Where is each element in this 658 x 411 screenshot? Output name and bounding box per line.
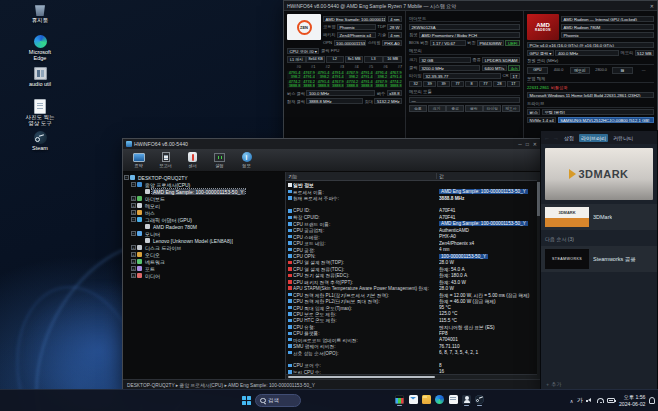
expander-icon[interactable]	[139, 224, 144, 229]
expander-icon[interactable]	[139, 238, 144, 243]
expander-icon[interactable]: +	[131, 245, 136, 250]
add-game-button[interactable]: ＋ 추가	[545, 381, 561, 387]
tree-item[interactable]: + 네트워크	[123, 258, 285, 265]
steam-tab-library[interactable]: 라이브러리	[579, 134, 608, 142]
detail-row[interactable]: CPU 공정: 4 nm	[286, 246, 540, 252]
tree-item[interactable]: AMD Eng Sample: 100-000001153-50_Y	[123, 188, 285, 195]
taskbar-edge-icon[interactable]	[434, 393, 445, 409]
expander-icon[interactable]: −	[131, 217, 136, 222]
detail-row[interactable]: CPU 분로 온도 제한: 125.0 °C	[286, 311, 540, 317]
desktop-icon[interactable]: audio util	[12, 67, 68, 96]
close-icon[interactable]: ✕	[650, 3, 654, 9]
library-game-row[interactable]: 3DMARK 3DMark	[541, 204, 657, 230]
close-icon[interactable]: ✕	[533, 141, 537, 147]
detail-row[interactable]: CPU 열 설계 전류(TDC): 한계: 54.0 A	[286, 266, 540, 272]
scrollbar-thumb[interactable]	[288, 376, 435, 378]
steam-tab-store[interactable]: 상점	[562, 134, 576, 142]
tree-item[interactable]: − 그래픽 어댑터 (GPU)	[123, 216, 285, 223]
expander-icon[interactable]: +	[131, 273, 136, 278]
drive-row[interactable]: SAMSUNG MZVL2512HCJQ-00B00 [512.1 GB]	[558, 117, 654, 123]
volume-icon[interactable]	[586, 398, 593, 404]
desktop-icon[interactable]: Microsoft Edge	[12, 35, 68, 64]
steam-tab-community[interactable]: 커뮤니티	[611, 134, 635, 142]
sensors-button[interactable]: 센서	[179, 149, 206, 171]
search-box[interactable]: 검색	[255, 394, 301, 407]
taskbar-notepad-icon[interactable]	[448, 393, 459, 409]
core-selector[interactable]: CPU 코어 #0 ▾	[287, 48, 319, 54]
taskbar-hwinfo-icon[interactable]	[394, 393, 405, 409]
tree-item[interactable]: − 모니터	[123, 230, 285, 237]
detail-row[interactable]: CPU 코드 네임: Zen4/Phoenix x4	[286, 240, 540, 246]
feature-column-header[interactable]: 기능	[286, 173, 437, 179]
detail-row[interactable]: 마이크로코드 업데이트 리비전: A704001	[286, 337, 540, 343]
settings-button[interactable]: 설정	[206, 149, 233, 171]
value-column-header[interactable]: 값	[437, 173, 540, 179]
notification-bell-icon[interactable]	[649, 397, 655, 404]
expander-icon[interactable]: +	[131, 203, 136, 208]
detail-row[interactable]: CPU 유형: 엔지니어링 생산 표본 (ES)	[286, 324, 540, 330]
tree-item[interactable]: AMD Radeon 780M	[123, 223, 285, 230]
expander-icon[interactable]: −	[124, 175, 129, 180]
detail-row[interactable]: CPU 스테핑: PHX-A0	[286, 234, 540, 240]
taskbar-mail-icon[interactable]	[408, 393, 419, 409]
library-hero-banner[interactable]: 3DMARK	[545, 148, 653, 200]
detail-row[interactable]: 현재 프로세서 주파수: 3888.8 MHz	[286, 195, 540, 201]
about-button[interactable]: 정보	[233, 149, 260, 171]
clock[interactable]: 오후 1:56 2024-06-02	[619, 394, 646, 406]
battery-icon[interactable]	[607, 398, 615, 403]
detail-row[interactable]: APU STAPM(Skin Temperature Aware Power M…	[286, 285, 540, 291]
desktop-icon[interactable]: 휴지통	[12, 3, 68, 32]
expander-icon[interactable]: +	[131, 259, 136, 264]
detail-row[interactable]: CPU 열 설계 전력(TDP): 28.0 W	[286, 259, 540, 265]
detail-row[interactable]: CPU 전력 제한 PL1(장기/프로세서 기본 전력): 한계 = 12.00…	[286, 291, 540, 297]
tree-item[interactable]: + 버스	[123, 209, 285, 216]
horizontal-scrollbar[interactable]	[286, 374, 540, 379]
expander-icon[interactable]: +	[131, 210, 136, 215]
expander-icon[interactable]: +	[131, 252, 136, 257]
tree-item[interactable]: + 포트	[123, 265, 285, 272]
desktop-icon[interactable]: 사진도 찍는 영상 도구	[12, 99, 68, 128]
expander-icon[interactable]: +	[131, 196, 136, 201]
detail-row[interactable]: CPU 브랜드 이름: AMD Eng Sample: 100-00000115…	[286, 221, 540, 227]
minimize-icon[interactable]: ─	[518, 141, 522, 147]
forward-arrow-icon[interactable]: →	[553, 135, 559, 141]
maximize-icon[interactable]: □	[526, 141, 529, 147]
ime-indicator[interactable]: 가	[577, 396, 583, 405]
tree-item[interactable]: + 디스크 드라이브	[123, 244, 285, 251]
gpu-clock-selector[interactable]: GPU 클럭 ▾	[527, 50, 554, 56]
detail-row[interactable]: CPU 코어 수: 8	[286, 362, 540, 368]
detail-row[interactable]: CPU 패키지 전력 추적(PPT): 한계: 43.0 W	[286, 279, 540, 285]
main-title-bar[interactable]: HWiNFO64 v8.00-5440 ─ □ ✕	[123, 139, 540, 149]
network-icon[interactable]	[597, 398, 604, 403]
detail-row[interactable]: CPU 전기 설계 전류(EDC): 한계: 180.0 A	[286, 272, 540, 278]
tree-item[interactable]: − 중앙 프로세서(CPU)	[123, 181, 285, 188]
summary-button[interactable]: 요약	[125, 149, 152, 171]
detail-row[interactable]: CPU 플랫폼: FP8	[286, 330, 540, 336]
expander-icon[interactable]: −	[131, 182, 136, 187]
tree-item[interactable]: Lenovo [Unknown Model (LEN8A8)]	[123, 237, 285, 244]
tree-item[interactable]: + 미디어	[123, 272, 285, 279]
back-arrow-icon[interactable]: ←	[544, 135, 550, 141]
detail-row[interactable]: CPU ID: A70F41	[286, 208, 540, 214]
detail-row[interactable]: CPU 전력 제한 PL2(단기/터보 최대 전력): 한계 = 46.00 W…	[286, 298, 540, 304]
summary-title-bar[interactable]: HWiNFO64 v8.00-5440 @ AMD Eng Sample Ryz…	[284, 1, 657, 11]
detail-row[interactable]: 프로세서 이름: AMD Eng Sample: 100-000001153-5…	[286, 188, 540, 194]
tree-item[interactable]: − DESKTOP-QRUQ2TY	[123, 174, 285, 181]
report-button[interactable]: 보고서	[152, 149, 179, 171]
tree-item[interactable]: + 마더보드	[123, 195, 285, 202]
detail-row[interactable]: 선호 성능 순서(OPO): 6, 8, 7, 3, 5, 4, 2, 1	[286, 349, 540, 355]
tree-item[interactable]: + 메모리	[123, 202, 285, 209]
expander-icon[interactable]: +	[131, 266, 136, 271]
taskbar-app-icon[interactable]	[461, 393, 472, 409]
detail-row[interactable]: CPU 최대 임계 온도(Tjmax): 95 °C	[286, 304, 540, 310]
library-game-row[interactable]: STEAMWORKS Steamworks 공용	[541, 246, 657, 272]
taskbar-explorer-icon[interactable]	[421, 393, 432, 409]
tree-item[interactable]: + 오디오	[123, 251, 285, 258]
taskbar-steam-icon[interactable]	[474, 393, 485, 409]
detail-row[interactable]: CPU 공급업체: AuthenticAMD	[286, 227, 540, 233]
hidden-icons-chevron[interactable]: ∧	[570, 398, 574, 404]
desktop-icon[interactable]: Steam	[12, 131, 68, 160]
start-button[interactable]	[242, 396, 251, 405]
detail-row[interactable]: SMU 펌웨어 리비전: 76.71.110	[286, 343, 540, 349]
detail-row[interactable]: CPU HTC 온도 제한: 115.5 °C	[286, 317, 540, 323]
